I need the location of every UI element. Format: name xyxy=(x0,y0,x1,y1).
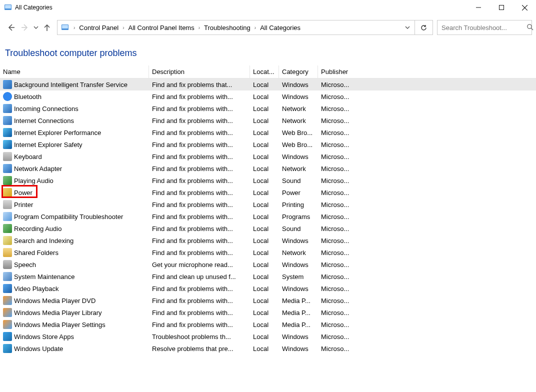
search-box[interactable] xyxy=(437,20,532,35)
cell-publisher: Microso... xyxy=(318,105,355,112)
troubleshooter-name: Network Adapter xyxy=(14,165,62,172)
chevron-right-icon[interactable]: › xyxy=(120,25,127,30)
cell-description: Find and fix problems with... xyxy=(149,285,250,292)
cell-location: Local xyxy=(250,189,279,196)
troubleshooter-icon xyxy=(3,272,12,281)
cell-publisher: Microso... xyxy=(318,141,355,148)
cell-name: Windows Media Player Library xyxy=(3,308,149,317)
troubleshooter-icon xyxy=(3,212,12,221)
forward-button[interactable] xyxy=(18,20,32,34)
table-row[interactable]: Internet ConnectionsFind and fix problem… xyxy=(0,114,536,126)
table-row[interactable]: BluetoothFind and fix problems with...Lo… xyxy=(0,90,536,102)
cell-category: Windows xyxy=(279,93,318,100)
cell-description: Find and fix problems with... xyxy=(149,93,250,100)
close-button[interactable] xyxy=(513,0,536,15)
cell-description: Find and fix problems that... xyxy=(149,81,250,88)
cell-publisher: Microso... xyxy=(318,297,355,304)
troubleshooter-icon xyxy=(3,200,12,209)
cell-category: Windows xyxy=(279,81,318,88)
breadcrumb-segment[interactable]: Control Panel xyxy=(78,24,120,32)
cell-description: Find and clean up unused f... xyxy=(149,273,250,280)
svg-point-11 xyxy=(528,24,532,28)
minimize-button[interactable] xyxy=(467,0,490,15)
cell-publisher: Microso... xyxy=(318,333,355,340)
cell-category: Sound xyxy=(279,177,318,184)
refresh-button[interactable] xyxy=(415,20,433,35)
column-description[interactable]: Description xyxy=(149,66,250,78)
table-row[interactable]: Internet Explorer SafetyFind and fix pro… xyxy=(0,138,536,150)
breadcrumb-segment[interactable]: All Categories xyxy=(259,24,302,32)
cell-name: Video Playback xyxy=(3,284,149,293)
cell-name: System Maintenance xyxy=(3,272,149,281)
back-button[interactable] xyxy=(4,20,18,34)
table-row[interactable]: Windows UpdateResolve problems that pre.… xyxy=(0,342,536,354)
cell-location: Local xyxy=(250,309,279,316)
troubleshooter-name: Internet Explorer Performance xyxy=(14,129,101,136)
table-row[interactable]: Playing AudioFind and fix problems with.… xyxy=(0,174,536,186)
cell-category: Windows xyxy=(279,333,318,340)
cell-name: Network Adapter xyxy=(3,164,149,173)
cell-location: Local xyxy=(250,213,279,220)
table-row[interactable]: Background Intelligent Transfer ServiceF… xyxy=(0,78,536,90)
table-row[interactable]: Search and IndexingFind and fix problems… xyxy=(0,234,536,246)
cell-publisher: Microso... xyxy=(318,237,355,244)
chevron-right-icon[interactable]: › xyxy=(196,25,203,30)
cell-description: Find and fix problems with... xyxy=(149,153,250,160)
table-row[interactable]: Recording AudioFind and fix problems wit… xyxy=(0,222,536,234)
table-row[interactable]: Program Compatibility TroubleshooterFind… xyxy=(0,210,536,222)
troubleshooter-icon xyxy=(3,248,12,257)
column-name[interactable]: Name xyxy=(3,66,149,78)
address-history-dropdown[interactable] xyxy=(400,20,414,34)
cell-location: Local xyxy=(250,261,279,268)
table-row[interactable]: Windows Media Player DVDFind and fix pro… xyxy=(0,294,536,306)
maximize-button[interactable] xyxy=(490,0,513,15)
table-row[interactable]: Windows Store AppsTroubleshoot problems … xyxy=(0,330,536,342)
cell-description: Resolve problems that pre... xyxy=(149,345,250,352)
table-row[interactable]: PrinterFind and fix problems with...Loca… xyxy=(0,198,536,210)
column-location[interactable]: Locat... xyxy=(250,66,279,78)
troubleshooter-icon xyxy=(3,344,12,353)
search-input[interactable] xyxy=(440,24,526,32)
titlebar: All Categories xyxy=(0,0,536,15)
chevron-right-icon[interactable]: › xyxy=(70,25,78,30)
chevron-right-icon[interactable]: › xyxy=(252,25,259,30)
cell-location: Local xyxy=(250,333,279,340)
table-row[interactable]: PowerFind and fix problems with...LocalP… xyxy=(0,186,536,198)
breadcrumb-segment[interactable]: All Control Panel Items xyxy=(127,24,195,32)
recent-dropdown[interactable] xyxy=(32,20,40,34)
table-row[interactable]: Video PlaybackFind and fix problems with… xyxy=(0,282,536,294)
cell-location: Local xyxy=(250,297,279,304)
troubleshooter-name: Internet Connections xyxy=(14,117,74,124)
cell-publisher: Microso... xyxy=(318,273,355,280)
cell-description: Find and fix problems with... xyxy=(149,189,250,196)
table-row[interactable]: Network AdapterFind and fix problems wit… xyxy=(0,162,536,174)
table-row[interactable]: Windows Media Player LibraryFind and fix… xyxy=(0,306,536,318)
addressbar[interactable]: › Control Panel › All Control Panel Item… xyxy=(57,20,415,35)
table-row[interactable]: SpeechGet your microphone read...LocalWi… xyxy=(0,258,536,270)
cell-location: Local xyxy=(250,237,279,244)
table-row[interactable]: System MaintenanceFind and clean up unus… xyxy=(0,270,536,282)
troubleshooter-name: Program Compatibility Troubleshooter xyxy=(14,213,123,220)
search-icon[interactable] xyxy=(526,24,534,32)
table-row[interactable]: Windows Media Player SettingsFind and fi… xyxy=(0,318,536,330)
up-button[interactable] xyxy=(40,20,54,34)
table-row[interactable]: Shared FoldersFind and fix problems with… xyxy=(0,246,536,258)
cell-publisher: Microso... xyxy=(318,309,355,316)
cell-category: Web Bro... xyxy=(279,129,318,136)
troubleshooter-icon xyxy=(3,80,12,89)
breadcrumb-segment[interactable]: Troubleshooting xyxy=(203,24,252,32)
cell-location: Local xyxy=(250,105,279,112)
cell-publisher: Microso... xyxy=(318,93,355,100)
table-row[interactable]: Internet Explorer PerformanceFind and fi… xyxy=(0,126,536,138)
navbar: › Control Panel › All Control Panel Item… xyxy=(0,18,536,37)
cell-category: Power xyxy=(279,189,318,196)
column-publisher[interactable]: Publisher xyxy=(318,66,355,78)
column-category[interactable]: Category xyxy=(279,66,318,78)
cell-name: Search and Indexing xyxy=(3,236,149,245)
cell-name: Speech xyxy=(3,260,149,269)
table-row[interactable]: Incoming ConnectionsFind and fix problem… xyxy=(0,102,536,114)
cell-location: Local xyxy=(250,117,279,124)
troubleshooter-name: Windows Media Player Library xyxy=(14,309,102,316)
table-row[interactable]: KeyboardFind and fix problems with...Loc… xyxy=(0,150,536,162)
cell-description: Troubleshoot problems th... xyxy=(149,333,250,340)
